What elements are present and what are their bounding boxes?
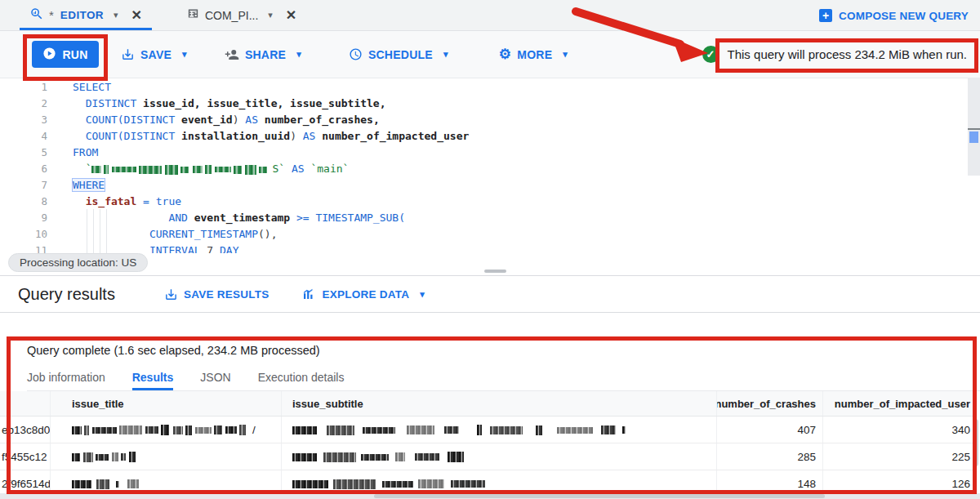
plus-icon: + xyxy=(819,9,832,22)
table-row: eb13c8d0/407340 xyxy=(0,417,977,443)
line-number: 8 xyxy=(0,194,47,210)
code-line: 10 CURRENT_TIMESTAMP(), xyxy=(0,226,980,243)
column-header-number_of_crashes: number_of_crashes xyxy=(717,391,823,416)
cell-issue-title xyxy=(51,470,282,494)
cell-number-of-crashes: 285 xyxy=(717,443,823,470)
editor-scrollbar-thumb[interactable] xyxy=(969,131,978,143)
cell-issue-title xyxy=(51,443,282,470)
check-icon: ✓ xyxy=(702,46,719,63)
column-header-issue_subtitle: issue_subtitle xyxy=(282,391,717,416)
results-tab-job-information[interactable]: Job information xyxy=(27,366,105,390)
column-header-blank xyxy=(0,391,51,416)
code-line: 4 COUNT(DISTINCT installation_uuid) AS n… xyxy=(0,128,980,145)
close-icon[interactable]: ✕ xyxy=(131,7,142,23)
cell-issue-id: 2f9f6514d xyxy=(0,470,51,494)
compose-new-query-button[interactable]: + COMPOSE NEW QUERY xyxy=(819,0,969,31)
results-tab-json[interactable]: JSON xyxy=(200,366,230,390)
query-icon xyxy=(29,7,44,25)
unsaved-marker: * xyxy=(49,8,54,22)
chevron-down-icon: ▾ xyxy=(420,289,425,300)
query-status-text: Query complete (1.6 sec elapsed, 234.2 M… xyxy=(27,344,320,357)
more-label: MORE xyxy=(517,48,552,61)
explore-data-button[interactable]: EXPLORE DATA ▾ xyxy=(301,287,425,301)
schedule-button[interactable]: SCHEDULE ▾ xyxy=(349,47,448,61)
save-icon xyxy=(121,47,135,61)
save-button[interactable]: SAVE ▾ xyxy=(121,47,187,61)
table-scrollbar-thumb[interactable] xyxy=(973,419,978,466)
line-number: 2 xyxy=(0,96,47,112)
tab-table[interactable]: COM_PI... ▾ ✕ xyxy=(175,0,308,30)
cell-issue-id: eb13c8d0 xyxy=(0,417,51,443)
horizontal-scrollbar[interactable] xyxy=(0,493,980,499)
cell-issue-subtitle xyxy=(282,443,717,470)
pane-resize-handle[interactable] xyxy=(484,270,506,273)
line-number: 4 xyxy=(0,128,47,145)
redacted-text xyxy=(292,478,485,490)
code-line: 6 `S` AS `main` xyxy=(0,161,980,177)
cell-number-of-crashes: 148 xyxy=(717,470,823,494)
redacted-text xyxy=(72,478,139,490)
cell-issue-title: / xyxy=(51,417,282,443)
results-tab-bar: Job informationResultsJSONExecution deta… xyxy=(27,366,980,391)
code-line: 7WHERE xyxy=(0,177,980,194)
query-results-title: Query results xyxy=(18,285,115,304)
cell-issue-id: f5455c12 xyxy=(0,443,51,470)
query-results-panel: Query complete (1.6 sec elapsed, 234.2 M… xyxy=(0,337,980,494)
line-number: 1 xyxy=(0,79,47,96)
gear-icon: ⚙ xyxy=(499,47,512,61)
cell-number-of-impacted-user: 340 xyxy=(823,417,977,443)
table-row: 2f9f6514d148126 xyxy=(0,470,977,494)
table-icon xyxy=(186,7,200,24)
tab-editor[interactable]: * EDITOR ▾ ✕ xyxy=(18,0,154,30)
share-label: SHARE xyxy=(245,48,286,61)
person-add-icon xyxy=(225,47,239,62)
code-line: 9 AND event_timestamp >= TIMESTAMP_SUB( xyxy=(0,210,980,226)
redacted-text xyxy=(292,451,464,463)
validation-text: This query will process 234.2 MiB when r… xyxy=(728,47,967,61)
schedule-label: SCHEDULE xyxy=(368,48,433,61)
bar-chart-icon xyxy=(301,287,316,301)
query-results-header: Query results SAVE RESULTS EXPLORE DATA … xyxy=(0,275,980,313)
results-tab-execution-details[interactable]: Execution details xyxy=(258,366,345,390)
run-label: RUN xyxy=(62,48,87,61)
redacted-text xyxy=(72,424,250,436)
play-icon xyxy=(42,47,56,63)
chevron-down-icon[interactable]: ▾ xyxy=(114,10,118,20)
code-line: 2 DISTINCT issue_id, issue_title, issue_… xyxy=(0,96,980,112)
cell-issue-subtitle xyxy=(282,470,717,494)
run-button[interactable]: RUN xyxy=(32,41,99,68)
code-line: 5FROM xyxy=(0,145,980,161)
line-number: 7 xyxy=(0,177,47,194)
cell-number-of-crashes: 407 xyxy=(717,417,823,443)
redacted-text xyxy=(292,424,626,436)
line-number: 5 xyxy=(0,145,47,161)
cell-number-of-impacted-user: 225 xyxy=(823,443,977,470)
scrollbar-mark xyxy=(968,128,980,130)
line-number: 6 xyxy=(0,161,47,177)
code-line: 11 INTERVAL 7 DAY xyxy=(0,243,980,253)
chevron-down-icon: ▾ xyxy=(182,49,187,60)
line-number: 11 xyxy=(0,243,47,253)
save-results-button[interactable]: SAVE RESULTS xyxy=(164,287,270,301)
horizontal-scrollbar-thumb[interactable] xyxy=(374,494,825,498)
code-line: 8 is_fatal = true xyxy=(0,194,980,210)
tab-table-label: COM_PI... xyxy=(205,9,258,22)
share-button[interactable]: SHARE ▾ xyxy=(225,47,301,62)
more-button[interactable]: ⚙ MORE ▾ xyxy=(499,47,568,61)
sql-editor[interactable]: 1SELECT2 DISTINCT issue_id, issue_title,… xyxy=(0,78,980,253)
code-line: 1SELECT xyxy=(0,79,980,96)
results-tab-results[interactable]: Results xyxy=(132,366,174,390)
close-icon[interactable]: ✕ xyxy=(286,7,296,23)
editor-scrollbar[interactable] xyxy=(968,78,980,176)
redacted-text xyxy=(72,451,136,463)
chevron-down-icon: ▾ xyxy=(443,49,448,60)
tab-editor-label: EDITOR xyxy=(60,9,104,21)
redacted-text xyxy=(91,161,272,177)
column-header-number_of_impacted_user: number_of_impacted_user xyxy=(823,391,977,416)
clock-icon xyxy=(349,47,363,61)
download-icon xyxy=(164,287,178,301)
chevron-down-icon[interactable]: ▾ xyxy=(268,10,273,20)
compose-new-query-label: COMPOSE NEW QUERY xyxy=(839,10,969,22)
cell-number-of-impacted-user: 126 xyxy=(823,470,977,494)
cell-issue-subtitle xyxy=(282,417,717,443)
